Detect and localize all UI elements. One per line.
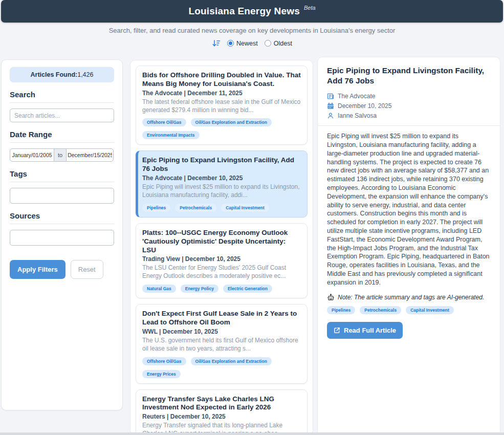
detail-source-row: The Advocate [327,93,491,100]
filter-buttons: Apply Filters Reset [10,260,114,279]
ai-note-text: Note: The article summary and tags are A… [338,294,484,301]
calendar-icon [327,102,334,110]
divider [10,224,114,224]
article-title: Energy Transfer Says Lake Charles LNG In… [142,395,301,412]
tag-pill: Oil/Gas Exploration and Extraction [191,357,272,365]
detail-date-row: December 10, 2025 [327,102,491,110]
newspaper-icon [327,93,334,100]
detail-title: Epic Piping to Expand Livingston Facilit… [327,66,491,86]
article-detail: Epic Piping to Expand Livingston Facilit… [317,57,500,435]
detail-source: The Advocate [338,93,375,100]
article-title: Platts: 100--USGC Energy Economy Outlook… [142,229,301,255]
beta-badge: Beta [304,5,316,11]
ai-note-row: Note: The article summary and tags are A… [327,294,491,301]
sort-option-oldest[interactable]: Oldest [265,40,292,47]
tag-pill: Energy Prices [142,370,181,378]
article-tags: Offshore Oil/GasOil/Gas Exploration and … [142,357,301,378]
sort-descending-icon [212,39,221,48]
detail-author: Ianne Salvosa [338,112,377,119]
date-range-group: to [10,148,114,162]
app-header: Louisiana Energy News Beta [1,0,503,23]
detail-tags: PipelinesPetrochemicalsCapital Investmen… [327,306,491,314]
reset-button[interactable]: Reset [71,260,103,279]
search-heading: Search [10,90,114,99]
article-title: Don't Expect First Gulf Lease Sale in 2 … [142,310,301,327]
divider [10,182,114,182]
article-excerpt: The U.S. government held its first Gulf … [142,337,301,353]
articles-found-badge: Articles Found:1,426 [10,67,114,82]
sources-input[interactable] [10,230,114,246]
read-full-article-button[interactable]: Read Full Article [327,322,403,339]
tags-input[interactable] [10,188,114,204]
article-source-date: Reuters | December 10, 2025 [142,413,301,420]
sort-controls: Newest Oldest [0,39,504,48]
tag-pill: Pipelines [327,306,355,314]
article-title: Bids for Offshore Drilling Doubled in Va… [142,71,301,89]
tag-pill: Environmental Impacts [142,131,200,139]
person-icon [327,112,334,119]
article-list[interactable]: Bids for Offshore Drilling Doubled in Va… [130,60,313,435]
tag-pill: Pipelines [142,204,170,212]
tag-pill: Offshore Oil/Gas [142,118,186,126]
external-link-icon [334,327,340,334]
article-card[interactable]: Don't Expect First Gulf Lease Sale in 2 … [136,304,308,383]
article-title: Epic Piping to Expand Livingston Facilit… [142,156,301,173]
search-input[interactable] [10,108,114,122]
date-to-label: to [54,148,66,162]
article-excerpt: The LSU Center for Energy Studies' 2025 … [142,264,301,280]
article-excerpt: The latest federal offshore lease sale i… [142,98,301,115]
divider [10,102,114,103]
article-source-date: Trading View | December 10, 2025 [142,255,301,263]
app-title: Louisiana Energy News [188,6,300,17]
date-from-input[interactable] [10,148,54,162]
sources-heading: Sources [10,211,114,220]
tag-pill: Oil/Gas Exploration and Extraction [191,118,272,126]
tag-pill: Capital Investment [221,204,269,212]
tag-pill: Petrochemicals [175,204,216,212]
detail-author-row: Ianne Salvosa [327,112,491,119]
filters-sidebar: Articles Found:1,426 Search Date Range t… [1,59,123,410]
tag-pill: Energy Policy [181,285,218,293]
tag-pill: Capital Investment [406,306,454,314]
article-source-date: WWL | December 10, 2025 [142,328,301,335]
app-root: Louisiana Energy News Beta Search, filte… [0,0,504,435]
detail-summary: Epic Piping will invest $25 million to e… [327,132,491,287]
article-card[interactable]: Bids for Offshore Drilling Doubled in Va… [136,66,308,145]
radio-oldest-icon[interactable] [265,40,271,47]
date-to-input[interactable] [66,148,114,162]
page-bottom-edge [0,432,504,435]
tags-heading: Tags [10,169,114,178]
sort-option-newest[interactable]: Newest [227,40,258,47]
articles-found-count: 1,426 [77,71,93,78]
article-source-date: The Advocate | December 11, 2025 [142,90,301,97]
article-card[interactable]: Epic Piping to Expand Livingston Facilit… [136,150,308,217]
article-source-date: The Advocate | December 10, 2025 [142,175,301,182]
date-range-heading: Date Range [10,130,114,139]
article-tags: Natural GasEnergy PolicyElectric Generat… [142,285,301,293]
detail-date: December 10, 2025 [338,102,391,110]
article-card[interactable]: Energy Transfer Says Lake Charles LNG In… [136,389,308,435]
robot-icon [327,294,335,301]
sort-option-newest-label: Newest [236,40,258,47]
tag-pill: Offshore Oil/Gas [142,357,186,365]
detail-divider [318,125,500,126]
articles-found-label: Articles Found: [31,71,78,78]
tag-pill: Electric Generation [223,285,272,293]
apply-filters-button[interactable]: Apply Filters [10,260,65,279]
sort-option-oldest-label: Oldest [274,40,292,47]
divider [10,142,114,143]
radio-newest-icon[interactable] [227,40,234,47]
article-card[interactable]: Platts: 100--USGC Energy Economy Outlook… [136,223,308,298]
tag-pill: Petrochemicals [360,306,401,314]
app-subtitle: Search, filter, and read curated news co… [0,27,504,34]
read-full-article-label: Read Full Article [344,327,396,334]
article-tags: PipelinesPetrochemicalsCapital Investmen… [142,204,301,212]
tag-pill: Natural Gas [142,285,176,293]
article-tags: Offshore Oil/GasOil/Gas Exploration and … [142,118,301,139]
article-excerpt: Epic Piping will invest $25 million to e… [142,183,301,200]
